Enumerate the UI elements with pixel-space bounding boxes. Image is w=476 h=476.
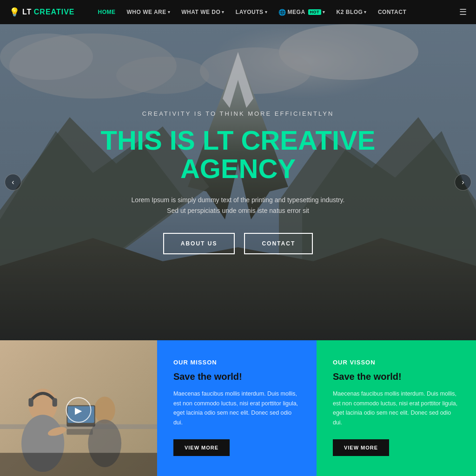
vision-section: OUR VISSON Save the world! Maecenas fauc… (317, 340, 476, 476)
slider-next-button[interactable]: › (455, 174, 471, 191)
nav-item-home: HOME (93, 6, 120, 18)
brand-creative: CREATIVE (34, 8, 75, 16)
brand-lt: LT (22, 8, 32, 16)
menu-toggle[interactable]: ☰ (459, 7, 467, 17)
nav-item-who: WHO WE ARE ▾ (122, 6, 175, 18)
mission-section: OUR MISSON Save the world! Maecenas fauc… (157, 340, 317, 476)
chevron-icon: ▾ (168, 10, 171, 14)
vision-text: Maecenas faucibus mollis interdum. Duis … (333, 389, 460, 428)
nav-menu: HOME WHO WE ARE ▾ WHAT WE DO ▾ LAYOUTS ▾… (93, 6, 411, 19)
nav-item-layouts: LAYOUTS ▾ (231, 6, 272, 18)
chevron-left-icon: ‹ (12, 178, 14, 186)
nav-link-what[interactable]: WHAT WE DO ▾ (177, 6, 229, 18)
hero-subtitle: CREATIVITY IS TO THINK MORE EFFICIENTLYn (71, 110, 405, 117)
brand-logo[interactable]: 💡 LT CREATIVE (9, 7, 75, 17)
chevron-right-icon: › (462, 178, 464, 186)
hero-content: CREATIVITY IS TO THINK MORE EFFICIENTLYn… (52, 110, 424, 254)
contact-button[interactable]: CONTACT (244, 233, 313, 254)
play-button[interactable]: ▶ (66, 397, 91, 423)
mission-text: Maecenas faucibus mollis interdum. Duis … (173, 389, 300, 428)
hero-title-part1: THIS IS LT (101, 125, 241, 155)
about-us-button[interactable]: ABOUT US (163, 233, 235, 254)
play-icon: ▶ (75, 404, 82, 416)
hot-badge: HOT (308, 9, 322, 15)
nav-link-home[interactable]: HOME (93, 6, 120, 18)
hero-description: Lorem Ipsum is simply dummy text of the … (71, 195, 405, 217)
chevron-icon: ▾ (265, 10, 268, 14)
svg-rect-18 (28, 398, 33, 406)
bottom-sections: ▶ OUR MISSON Save the world! Maecenas fa… (0, 340, 476, 476)
mission-heading: Save the world! (173, 371, 300, 382)
chevron-icon: ▾ (222, 10, 225, 14)
navbar: 💡 LT CREATIVE HOME WHO WE ARE ▾ WHAT WE … (0, 0, 476, 24)
brand-icon: 💡 (9, 7, 20, 17)
hero-desc-line2: Sed ut perspiciatis unde omnis iste natu… (167, 207, 309, 214)
hero-title-part2: AGENCY (180, 153, 296, 184)
hero-title: THIS IS LT CREATIVE AGENCY (71, 126, 405, 183)
svg-rect-26 (66, 429, 93, 435)
nav-link-mega[interactable]: 🌐 MEGA HOT ▾ (274, 6, 330, 19)
nav-link-blog[interactable]: K2 BLOG ▾ (332, 6, 371, 18)
svg-rect-27 (0, 453, 157, 476)
nav-item-blog: K2 BLOG ▾ (332, 6, 371, 18)
hero-buttons: ABOUT US CONTACT (71, 233, 405, 254)
mission-view-more-button[interactable]: VIEW MORE (173, 439, 230, 456)
svg-point-22 (94, 397, 115, 423)
svg-rect-19 (53, 398, 57, 406)
vision-label: OUR VISSON (333, 359, 460, 366)
hero-title-highlight: CREATIVE (241, 125, 375, 155)
hero-desc-line1: Lorem Ipsum is simply dummy text of the … (132, 196, 345, 204)
nav-item-mega: 🌐 MEGA HOT ▾ (274, 6, 330, 19)
mission-label: OUR MISSON (173, 359, 300, 366)
nav-link-contact[interactable]: CONTACT (373, 6, 411, 18)
chevron-icon: ▾ (364, 10, 367, 14)
video-section[interactable]: ▶ (0, 340, 157, 476)
nav-item-contact: CONTACT (373, 6, 411, 18)
slider-prev-button[interactable]: ‹ (5, 174, 21, 191)
chevron-icon: ▾ (323, 10, 325, 14)
nav-link-layouts[interactable]: LAYOUTS ▾ (231, 6, 272, 18)
vision-view-more-button[interactable]: VIEW MORE (333, 439, 389, 456)
hero-section: CREATIVITY IS TO THINK MORE EFFICIENTLYn… (0, 24, 476, 340)
nav-link-who[interactable]: WHO WE ARE ▾ (122, 6, 175, 18)
globe-icon: 🌐 (278, 9, 286, 16)
nav-item-what: WHAT WE DO ▾ (177, 6, 229, 18)
vision-heading: Save the world! (333, 371, 460, 382)
